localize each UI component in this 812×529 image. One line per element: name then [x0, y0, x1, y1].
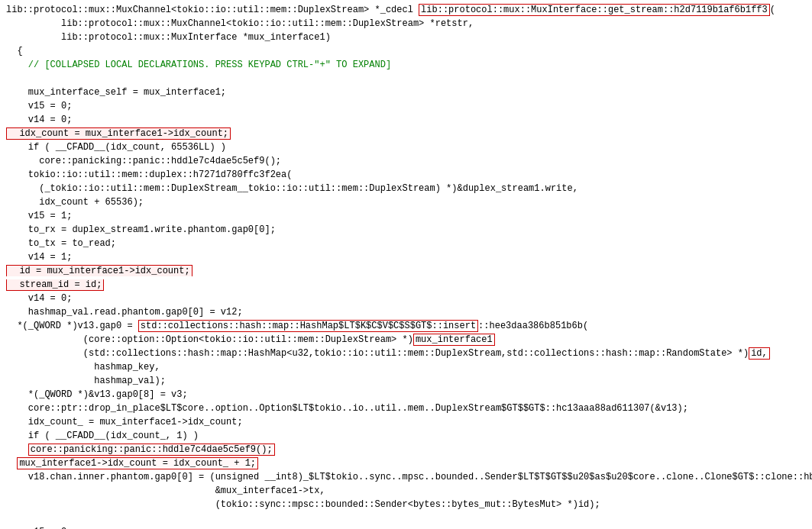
code-line: core::panicking::panic::hddle7c4dae5c5ef… — [6, 443, 806, 456]
code-line: tokio::io::util::mem::duplex::h7271d780f… — [6, 168, 806, 182]
code-line: idx_count_ = mux_interface1->idx_count; — [6, 415, 806, 429]
code-line: if ( __CFADD__(idx_count_, 1) ) — [6, 429, 806, 443]
code-line: mux_interface1->idx_count = idx_count_ +… — [6, 456, 806, 470]
code-line: hashmap_val); — [6, 374, 806, 388]
code-line: (_tokio::io::util::mem::DuplexStream__to… — [6, 182, 806, 195]
code-line: idx_count = mux_interface1->idx_count; — [6, 127, 806, 140]
code-line: stream_id = id; — [6, 278, 806, 292]
code-line: { — [6, 44, 806, 58]
code-line: v18.chan.inner.phantom.gap0[0] = (unsign… — [6, 470, 806, 484]
code-line: id = mux_interface1->idx_count; — [6, 264, 806, 278]
code-line: (std::collections::hash::map::HashMap<u3… — [6, 347, 806, 360]
code-line: to_rx = duplex_stream1.write.phantom.gap… — [6, 223, 806, 237]
code-line: v15 = 0; — [6, 99, 806, 113]
code-line: (core::option::Option<tokio::io::util::m… — [6, 333, 806, 347]
code-line: v15 = 1; — [6, 209, 806, 223]
code-line: core::panicking::panic::hddle7c4dae5c5ef… — [6, 154, 806, 168]
code-line: v15 = 0; — [6, 525, 806, 529]
code-line: idx_count + 65536); — [6, 195, 806, 209]
code-line: mux_interface_self = mux_interface1; — [6, 85, 806, 99]
code-line: v14 = 0; — [6, 292, 806, 305]
code-line: &mux_interface1->tx, — [6, 484, 806, 498]
code-line: v14 = 1; — [6, 250, 806, 264]
code-line: hashmap_val.read.phantom.gap0[0] = v12; — [6, 305, 806, 319]
code-line: hashmap_key, — [6, 360, 806, 374]
code-line: (tokio::sync::mpsc::bounded::Sender<byte… — [6, 498, 806, 511]
code-line: v14 = 0; — [6, 113, 806, 127]
code-line: lib::protocol::mux::MuxInterface *mux_in… — [6, 31, 806, 44]
code-line: lib::protocol::mux::MuxChannel<tokio::io… — [6, 17, 806, 31]
code-line: *(_QWORD *)&v13.gap0[8] = v3; — [6, 388, 806, 402]
code-line: core::ptr::drop_in_place$LT$core..option… — [6, 402, 806, 415]
code-line: if ( __CFADD__(idx_count, 65536LL) ) — [6, 140, 806, 154]
code-view: lib::protocol::mux::MuxChannel<tokio::io… — [0, 0, 812, 529]
code-line: lib::protocol::mux::MuxChannel<tokio::io… — [6, 3, 806, 17]
code-line: // [COLLAPSED LOCAL DECLARATIONS. PRESS … — [6, 58, 806, 72]
code-line: to_tx = to_read; — [6, 237, 806, 250]
code-line: *(_QWORD *)v13.gap0 = std::collections::… — [6, 319, 806, 333]
code-line — [6, 511, 806, 525]
code-line — [6, 72, 806, 85]
